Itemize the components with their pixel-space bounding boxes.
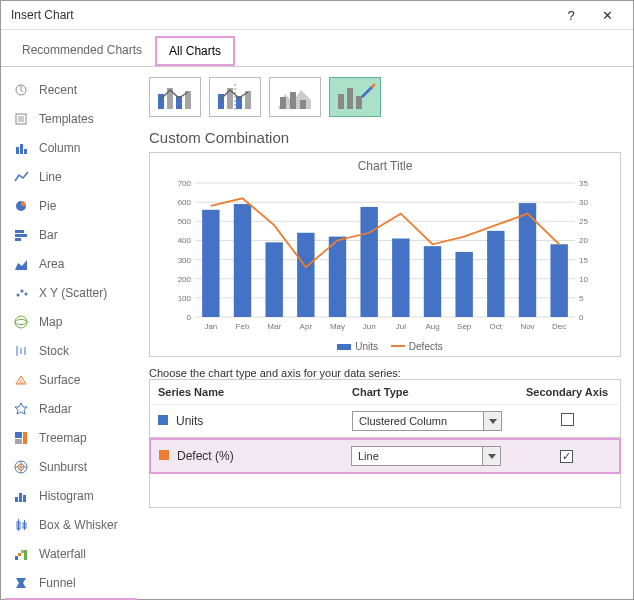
svg-text:600: 600	[178, 198, 192, 207]
header-chart-type: Chart Type	[352, 386, 522, 398]
header-secondary-axis: Secondary Axis	[522, 386, 612, 398]
svg-rect-89	[329, 237, 346, 317]
sidebar-item-box-whisker[interactable]: Box & Whisker	[5, 511, 137, 539]
sidebar-item-radar[interactable]: Radar	[5, 395, 137, 423]
sidebar-item-line[interactable]: Line	[5, 163, 137, 191]
subtype-title: Custom Combination	[149, 129, 621, 146]
svg-rect-37	[18, 553, 21, 556]
sidebar-item-label: Waterfall	[39, 547, 86, 561]
svg-rect-58	[356, 96, 362, 109]
sidebar-item-pie[interactable]: Pie	[5, 192, 137, 220]
sidebar-item-treemap[interactable]: Treemap	[5, 424, 137, 452]
svg-point-15	[15, 320, 27, 325]
combo-subtype-1[interactable]	[149, 77, 201, 117]
svg-rect-29	[15, 497, 18, 502]
svg-text:500: 500	[178, 217, 192, 226]
secondary-axis-checkbox[interactable]	[560, 450, 573, 463]
svg-text:35: 35	[579, 179, 588, 188]
sidebar-item-recent[interactable]: Recent	[5, 76, 137, 104]
tab-all-charts[interactable]: All Charts	[155, 36, 235, 66]
sidebar-item-area[interactable]: Area	[5, 250, 137, 278]
sidebar-item-label: Recent	[39, 83, 77, 97]
svg-marker-40	[16, 578, 26, 588]
svg-text:Dec: Dec	[552, 322, 566, 331]
svg-rect-2	[18, 116, 24, 122]
svg-rect-22	[15, 432, 22, 438]
svg-text:100: 100	[178, 294, 192, 303]
svg-rect-57	[347, 88, 353, 109]
chart-title: Chart Title	[158, 159, 612, 173]
sidebar-item-label: Bar	[39, 228, 58, 242]
help-button[interactable]: ?	[553, 1, 589, 29]
svg-rect-55	[300, 100, 306, 109]
close-button[interactable]: ✕	[589, 1, 625, 29]
svg-rect-39	[24, 550, 27, 560]
chart-type-icon	[13, 285, 31, 301]
chart-preview: Chart Title 0100200300400500600700051015…	[149, 152, 621, 357]
sidebar-item-label: Treemap	[39, 431, 87, 445]
chart-type-icon	[13, 82, 31, 98]
chart-type-dropdown[interactable]: Clustered Column	[352, 411, 502, 431]
sidebar-item-bar[interactable]: Bar	[5, 221, 137, 249]
chart-type-icon	[13, 343, 31, 359]
chart-type-icon	[13, 111, 31, 127]
combo-subtype-custom[interactable]	[329, 77, 381, 117]
svg-rect-3	[16, 147, 19, 154]
chart-type-icon	[13, 517, 31, 533]
secondary-axis-checkbox[interactable]	[561, 413, 574, 426]
svg-rect-5	[24, 149, 27, 154]
sidebar-item-label: Line	[39, 170, 62, 184]
combo-subtype-row	[149, 77, 621, 117]
svg-text:20: 20	[579, 236, 588, 245]
chart-type-dropdown[interactable]: Line	[351, 446, 501, 466]
svg-text:25: 25	[579, 217, 588, 226]
svg-marker-59	[361, 86, 373, 98]
svg-text:May: May	[330, 322, 345, 331]
svg-rect-86	[234, 204, 251, 317]
sidebar-item-label: Histogram	[39, 489, 94, 503]
svg-rect-38	[21, 550, 24, 553]
legend-label-defects: Defects	[409, 341, 443, 352]
chart-type-icon	[13, 575, 31, 591]
sidebar-item-label: Box & Whisker	[39, 518, 118, 532]
titlebar: Insert Chart ? ✕	[1, 1, 633, 30]
svg-text:30: 30	[579, 198, 588, 207]
combo-subtype-3[interactable]	[269, 77, 321, 117]
config-empty-area	[149, 474, 621, 508]
combo-subtype-2[interactable]	[209, 77, 261, 117]
series-config-row: Defect (%)Line	[149, 438, 621, 474]
sidebar-item-label: Pie	[39, 199, 56, 213]
sidebar-item-surface[interactable]: Surface	[5, 366, 137, 394]
sidebar-item-map[interactable]: Map	[5, 308, 137, 336]
svg-rect-87	[265, 242, 282, 317]
svg-text:10: 10	[579, 275, 588, 284]
sidebar-item-templates[interactable]: Templates	[5, 105, 137, 133]
svg-rect-91	[392, 239, 409, 317]
sidebar-item-label: Area	[39, 257, 64, 271]
svg-text:0: 0	[579, 313, 584, 322]
sidebar-item-waterfall[interactable]: Waterfall	[5, 540, 137, 568]
sidebar-item-stock[interactable]: Stock	[5, 337, 137, 365]
chevron-down-icon	[482, 447, 500, 465]
svg-text:Jul: Jul	[396, 322, 406, 331]
svg-text:Aug: Aug	[425, 322, 439, 331]
sidebar-item-funnel[interactable]: Funnel	[5, 569, 137, 597]
svg-text:400: 400	[178, 236, 192, 245]
svg-text:200: 200	[178, 275, 192, 284]
sidebar-item-histogram[interactable]: Histogram	[5, 482, 137, 510]
tab-recommended[interactable]: Recommended Charts	[9, 36, 155, 66]
svg-text:Jan: Jan	[204, 322, 217, 331]
sidebar-item-sunburst[interactable]: Sunburst	[5, 453, 137, 481]
svg-point-14	[15, 316, 27, 328]
sidebar-item-x-y-scatter-[interactable]: X Y (Scatter)	[5, 279, 137, 307]
svg-text:Apr: Apr	[300, 322, 313, 331]
svg-point-13	[25, 293, 28, 296]
svg-text:Feb: Feb	[236, 322, 250, 331]
chart-type-icon	[13, 372, 31, 388]
svg-rect-54	[290, 92, 296, 109]
chart-legend: Units Defects	[158, 341, 612, 352]
series-swatch	[158, 415, 168, 425]
sidebar-item-column[interactable]: Column	[5, 134, 137, 162]
svg-marker-10	[15, 260, 27, 270]
legend-swatch-defects	[391, 345, 405, 347]
